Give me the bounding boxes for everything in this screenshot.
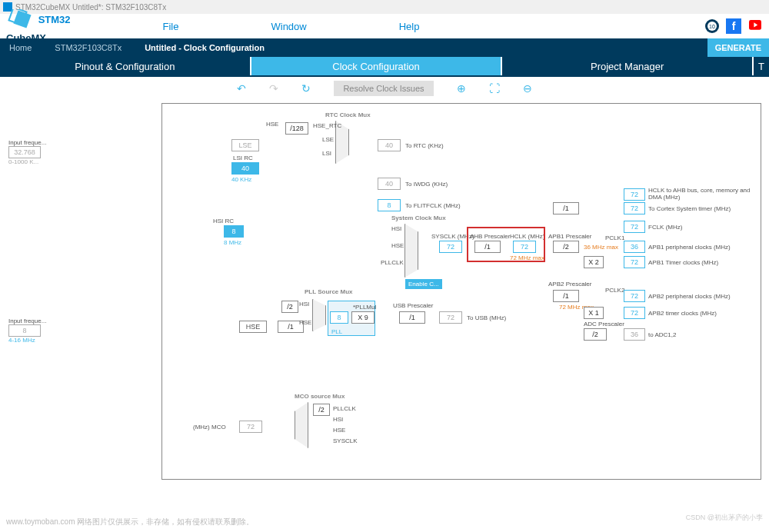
sysclk-val[interactable]: 72 xyxy=(439,241,462,253)
svg-text:10: 10 xyxy=(709,24,715,29)
mco-hsi: HSI xyxy=(333,416,343,423)
apb1-max: 36 MHz max xyxy=(584,244,618,251)
menu-window[interactable]: Window xyxy=(271,21,306,32)
pll-src-title: PLL Source Mux xyxy=(305,288,353,295)
apb1-label: APB1 Prescaler xyxy=(548,233,591,240)
iwdg-out: 40 xyxy=(378,178,401,190)
usb-to: To USB (MHz) xyxy=(467,314,506,321)
tab-pinout[interactable]: Pinout & Configuration xyxy=(0,57,250,75)
out-cortex: 72 xyxy=(624,202,645,214)
usb-label: USB Prescaler xyxy=(393,302,433,309)
hse-range: 4-16 MHz xyxy=(8,337,46,344)
csdn-watermark: CSDN @初出茅庐的小李 xyxy=(686,513,763,523)
out-fclk: 72 xyxy=(624,221,645,233)
tab-project[interactable]: Project Manager xyxy=(502,57,752,75)
zoom-out-icon[interactable]: ⊖ xyxy=(523,82,532,95)
redo-icon[interactable]: ↷ xyxy=(269,82,278,95)
refresh-icon[interactable]: ↻ xyxy=(301,82,311,95)
breadcrumb: Home STM32F103C8Tx Untitled - Clock Conf… xyxy=(0,38,769,57)
menu-file[interactable]: File xyxy=(163,21,179,32)
pll-label: PLL xyxy=(331,328,342,335)
pclk1-label: PCLK1 xyxy=(605,234,624,241)
rtc-label: To RTC (KHz) xyxy=(405,142,444,149)
pll-source-mux[interactable] xyxy=(312,299,326,331)
mco-hse: HSE xyxy=(333,427,345,434)
out-apb1-per: 36 xyxy=(624,241,645,253)
usb-sel[interactable]: /1 xyxy=(399,311,425,324)
flitf-label: To FLITFCLK (MHz) xyxy=(405,202,461,209)
hse-freq-label: Input freque... xyxy=(8,318,46,324)
mco-sysclk: SYSCLK xyxy=(333,437,358,444)
hsi-unit: 8 MHz xyxy=(224,239,241,246)
x1-mult: X 1 xyxy=(584,307,604,319)
system-clock-mux[interactable] xyxy=(404,224,418,278)
adc-sel[interactable]: /2 xyxy=(584,328,607,341)
apb1-sel[interactable]: /2 xyxy=(553,241,579,253)
out-apb1-tim-lbl: APB1 Timer clocks (MHz) xyxy=(648,259,718,266)
rtc-mux-title: RTC Clock Mux xyxy=(325,111,371,118)
youtube-icon[interactable] xyxy=(747,18,763,34)
lse-freq-label: Input freque... xyxy=(8,139,46,146)
crumb-current[interactable]: Untitled - Clock Configuration xyxy=(135,38,278,57)
undo-icon[interactable]: ↶ xyxy=(237,82,246,95)
tab-clock[interactable]: Clock Configuration xyxy=(251,57,501,75)
mco-out: 72 xyxy=(239,421,262,433)
iwdg-label: To IWDG (KHz) xyxy=(405,181,448,188)
hse-line-label: HSE xyxy=(266,121,278,128)
out-cortex-lbl: To Cortex System timer (MHz) xyxy=(648,205,731,212)
mco-mux-title: MCO source Mux xyxy=(295,393,345,400)
zoom-in-icon[interactable]: ⊕ xyxy=(457,82,466,95)
rtc-hse: HSE_RTC xyxy=(313,122,341,129)
toolbar: ↶ ↷ ↻ Resolve Clock Issues ⊕ ⛶ ⊖ xyxy=(0,77,769,100)
crumb-home[interactable]: Home xyxy=(0,38,45,57)
pll-div2: /2 xyxy=(281,301,298,313)
pll-hsi: HSI xyxy=(299,301,309,308)
lsi-val: 40 xyxy=(231,162,259,175)
hse-block: HSE xyxy=(239,321,267,333)
sys-hse: HSE xyxy=(391,242,404,249)
hse-input[interactable]: 8 xyxy=(8,324,41,337)
tab-tools[interactable]: T xyxy=(754,57,769,75)
enable-button[interactable]: Enable C... xyxy=(405,279,442,289)
pll-mul[interactable]: X 9 xyxy=(351,311,375,324)
apb2-sel[interactable]: /1 xyxy=(553,290,579,302)
sys-hsi: HSI xyxy=(391,225,401,232)
header-row: STM32 CubeMX File Window Help 10 f xyxy=(0,14,769,38)
hsi-rc-label: HSI RC xyxy=(213,218,234,224)
tab-bar: Pinout & Configuration Clock Configurati… xyxy=(0,57,769,77)
out-apb2-tim-lbl: APB2 timer clocks (MHz) xyxy=(648,310,717,317)
pll-in: 8 xyxy=(330,311,348,324)
mco-pllclk: PLLCLK xyxy=(333,405,356,412)
out-apb2-per: 72 xyxy=(624,290,645,302)
mco-div: /2 xyxy=(313,404,330,416)
highlight-box xyxy=(467,227,545,262)
facebook-icon[interactable]: f xyxy=(726,18,741,34)
watermark: www.toymoban.com 网络图片仅供展示，非存储，如有侵权请联系删除。 xyxy=(6,517,254,527)
clock-diagram[interactable]: Input freque... 32.768 0-1000 K... Input… xyxy=(161,103,761,480)
title-bar: STM32CubeMX Untitled*: STM32F103C8Tx xyxy=(0,0,769,14)
crumb-chip[interactable]: STM32F103C8Tx xyxy=(45,38,135,57)
mco-mux[interactable] xyxy=(295,402,308,448)
generate-button[interactable]: GENERATE xyxy=(707,38,769,57)
out-hclk-ahb-lbl: HCLK to AHB bus, core, memory and DMA (M… xyxy=(648,187,756,201)
fit-icon[interactable]: ⛶ xyxy=(489,82,500,95)
out-fclk-lbl: FCLK (MHz) xyxy=(648,224,682,231)
out-hclk-ahb: 72 xyxy=(624,188,645,201)
anniversary-badge-icon: 10 xyxy=(704,18,720,34)
sys-mux-title: System Clock Mux xyxy=(391,214,446,221)
menu-help[interactable]: Help xyxy=(399,21,420,32)
flitf-val: 8 xyxy=(378,199,401,211)
lse-input[interactable]: 32.768 xyxy=(8,146,41,158)
resolve-button[interactable]: Resolve Clock Issues xyxy=(334,81,433,96)
adc-label: ADC Prescaler xyxy=(584,321,624,328)
lsi-unit: 40 KHz xyxy=(231,176,251,183)
rtc-lse: LSE xyxy=(322,136,334,143)
lse-block: LSE xyxy=(231,139,259,151)
apb2-label: APB2 Prescaler xyxy=(548,281,591,288)
usb-out: 72 xyxy=(439,311,462,324)
pll-hse: HSE xyxy=(299,319,311,326)
div128: /128 xyxy=(285,122,308,135)
out-apb2-tim: 72 xyxy=(624,307,645,319)
sys-div[interactable]: /1 xyxy=(553,202,579,214)
rtc-lsi: LSI xyxy=(322,150,331,157)
